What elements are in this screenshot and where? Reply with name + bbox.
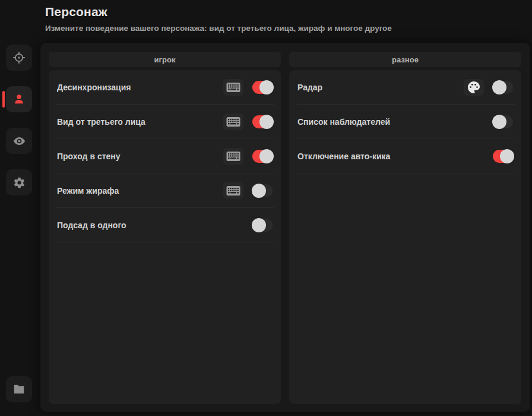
- toggle-knob: [252, 218, 266, 232]
- palette-icon: [467, 80, 481, 94]
- settings-card-misc: РадарСписок наблюдателейОтключение авто-…: [289, 70, 521, 404]
- crosshair-icon: [12, 51, 26, 64]
- person-icon: [12, 93, 26, 106]
- gear-icon: [13, 177, 26, 189]
- toggle-switch[interactable]: [493, 115, 513, 128]
- toggle-knob: [500, 149, 514, 163]
- keybind-button[interactable]: [223, 182, 243, 199]
- keyboard-icon: [226, 185, 240, 196]
- keybind-button[interactable]: [223, 148, 243, 165]
- section-misc: разное РадарСписок наблюдателейОтключени…: [289, 52, 521, 404]
- sidebar-item-visuals[interactable]: [6, 128, 32, 154]
- section-header: игрок: [49, 52, 281, 67]
- setting-label: Проход в стену: [57, 152, 214, 161]
- toggle-knob: [259, 149, 274, 163]
- active-tab-indicator: [2, 91, 5, 108]
- keybind-button[interactable]: [223, 114, 243, 130]
- setting-row: Вид от третьего лица: [49, 105, 281, 139]
- setting-row: Проход в стену: [49, 139, 281, 174]
- page-title: Персонаж: [45, 5, 107, 19]
- setting-label: Десинхронизация: [57, 83, 214, 92]
- setting-label: Вид от третьего лица: [57, 117, 214, 127]
- setting-row: Десинхронизация: [49, 70, 281, 105]
- sidebar-item-aim[interactable]: [6, 45, 32, 71]
- main-panel: игрок ДесинхронизацияВид от третьего лиц…: [40, 43, 530, 412]
- sidebar-item-settings[interactable]: [6, 169, 32, 196]
- keybind-button[interactable]: [223, 79, 243, 96]
- page-subtitle: Измените поведение вашего персонажа: вид…: [45, 24, 392, 33]
- setting-label: Отключение авто-кика: [297, 152, 484, 161]
- sidebar: [0, 0, 40, 416]
- section-player: игрок ДесинхронизацияВид от третьего лиц…: [49, 52, 281, 404]
- setting-label: Режим жирафа: [57, 186, 214, 196]
- toggle-switch[interactable]: [493, 81, 513, 94]
- toggle-switch[interactable]: [493, 150, 513, 163]
- toggle-switch[interactable]: [252, 150, 273, 163]
- toggle-switch[interactable]: [252, 184, 273, 197]
- setting-row: Список наблюдателей: [289, 105, 521, 139]
- color-picker-button[interactable]: [464, 79, 484, 96]
- sidebar-item-files[interactable]: [6, 376, 32, 402]
- section-header: разное: [289, 52, 521, 67]
- sidebar-item-character[interactable]: [6, 86, 32, 112]
- toggle-knob: [252, 184, 266, 198]
- settings-card-player: ДесинхронизацияВид от третьего лицаПрохо…: [49, 70, 281, 404]
- folder-icon: [12, 383, 26, 396]
- eye-icon: [12, 134, 26, 148]
- setting-row: Радар: [289, 70, 521, 105]
- toggle-knob: [259, 115, 274, 129]
- toggle-switch[interactable]: [252, 115, 273, 128]
- toggle-switch[interactable]: [252, 219, 273, 232]
- setting-row: Подсад в одного: [49, 208, 281, 242]
- keyboard-icon: [226, 151, 240, 162]
- setting-row: Режим жирафа: [49, 174, 281, 208]
- setting-label: Радар: [297, 83, 455, 92]
- toggle-knob: [259, 80, 274, 94]
- setting-label: Подсад в одного: [57, 220, 243, 230]
- section-header-label: разное: [392, 55, 419, 64]
- toggle-knob: [492, 80, 506, 94]
- setting-row: Отключение авто-кика: [289, 139, 521, 174]
- section-header-label: игрок: [154, 55, 176, 64]
- toggle-switch[interactable]: [252, 81, 273, 94]
- setting-label: Список наблюдателей: [297, 117, 484, 127]
- toggle-knob: [492, 115, 506, 129]
- keyboard-icon: [226, 82, 240, 93]
- keyboard-icon: [226, 116, 240, 127]
